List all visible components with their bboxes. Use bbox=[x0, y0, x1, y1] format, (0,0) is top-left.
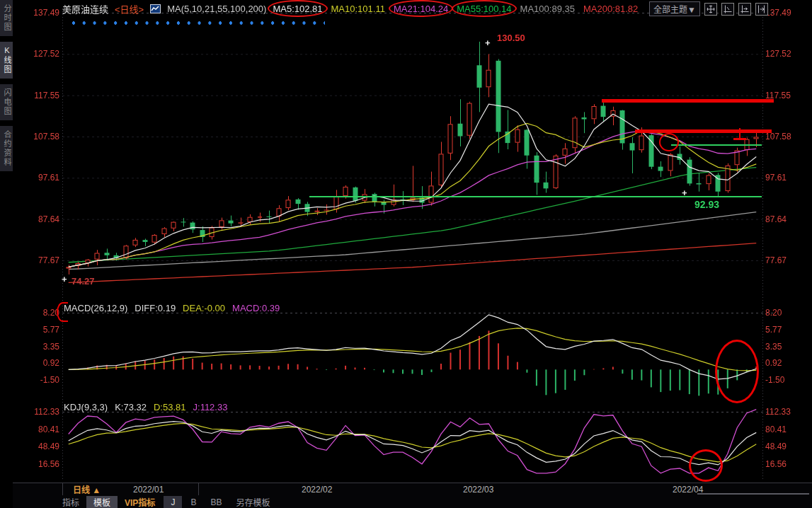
toolbar-item-1[interactable]: 指标 bbox=[55, 496, 86, 508]
ma-legend-item: MA21:104.24 bbox=[394, 4, 448, 14]
macd-panel-title: MACD(26,12,9) DIFF:0.19 DEA:-0.00 MACD:0… bbox=[64, 303, 280, 313]
axis-tick-label: 3.35 bbox=[13, 342, 59, 352]
peak-plus-marker: + bbox=[485, 40, 491, 47]
chart-type-sidebar: 分时图K线图闪电图合约资料 bbox=[0, 0, 13, 508]
diff-value: DIFF:0.19 bbox=[135, 303, 176, 313]
axis-tick-label: 137.49 bbox=[765, 8, 809, 18]
axis-tick-label: 8.20 bbox=[13, 308, 59, 318]
theme-dropdown[interactable]: 全部主题▼ bbox=[649, 1, 700, 16]
red-ellipse-annotation bbox=[452, 0, 516, 17]
axis-tick-label: -1.50 bbox=[13, 375, 59, 385]
kdj-cross-circle bbox=[689, 449, 723, 482]
axis-tick-label: 127.52 bbox=[13, 49, 59, 59]
axis-tick-label: 77.67 bbox=[13, 255, 59, 265]
axis-tick-label: 16.56 bbox=[13, 459, 59, 469]
axis-tick-label: 16.56 bbox=[765, 459, 809, 469]
red-ellipse-annotation bbox=[389, 0, 453, 17]
toolbar-item-5[interactable]: B bbox=[183, 496, 203, 508]
axis-tick-label: 97.61 bbox=[765, 173, 809, 183]
axis-tick-label: 3.35 bbox=[765, 342, 809, 352]
axis-tick-label: 80.41 bbox=[13, 425, 59, 434]
period-tag: <日线> bbox=[115, 2, 144, 16]
ma-legend: MA5:102.81MA10:101.11MA21:104.24MA55:100… bbox=[273, 4, 638, 14]
red-ellipse-annotation bbox=[268, 0, 327, 17]
top-right-controls: 全部主题▼ bbox=[649, 1, 768, 16]
axis-tick-label: 127.52 bbox=[765, 49, 809, 59]
axis-tick-label: 117.55 bbox=[13, 91, 59, 100]
axis-tick-label: 112.33 bbox=[765, 407, 809, 417]
time-axis-label: 2022/01 bbox=[133, 485, 164, 495]
ma-group-label: MA(5,10,21,55,100,200) bbox=[167, 4, 266, 14]
sidebar-tab-1[interactable]: 分时图 bbox=[0, 0, 13, 36]
axis-tick-label: 48.49 bbox=[765, 441, 809, 451]
axis-tick-label: 107.58 bbox=[765, 132, 809, 142]
macd-value: MACD:0.39 bbox=[232, 303, 280, 313]
kdj-params-label: KDJ(9,3,3) bbox=[64, 402, 108, 412]
low-price-label: 92.93 bbox=[694, 199, 719, 210]
k-value: K:73.32 bbox=[115, 402, 147, 412]
kline-icon[interactable] bbox=[150, 4, 161, 13]
circle-annotation-ma bbox=[659, 133, 679, 151]
axis-tick-label: -1.50 bbox=[765, 375, 809, 385]
axes-layout-icon[interactable] bbox=[721, 3, 734, 16]
axis-tick-label: 0.92 bbox=[765, 358, 809, 368]
axis-tick-label: 87.64 bbox=[13, 214, 59, 224]
d-value: D:53.81 bbox=[154, 402, 186, 412]
axis-tick-label: 48.49 bbox=[13, 441, 59, 451]
ma-legend-item: MA5:102.81 bbox=[273, 4, 322, 14]
ma-legend-item: MA55:100.14 bbox=[457, 4, 511, 14]
peak-price-label: 130.50 bbox=[497, 33, 525, 43]
axis-tick-label: 77.67 bbox=[765, 255, 809, 265]
j-value: J:112.33 bbox=[193, 402, 228, 412]
low-plus-marker: + bbox=[682, 190, 687, 197]
ma-legend-item: MA200:81.82 bbox=[583, 4, 638, 14]
axis-tick-label: 80.41 bbox=[765, 425, 809, 434]
axis-tick-label: 137.49 bbox=[13, 8, 59, 18]
ma-legend-item: MA10:101.11 bbox=[331, 4, 385, 14]
start-low-price-label: 74.27 bbox=[72, 276, 95, 287]
symbol-name: 美原油连续 bbox=[62, 2, 108, 16]
ma-legend-item: MA100:89.35 bbox=[520, 4, 575, 14]
axis-tick-label: 112.33 bbox=[13, 407, 59, 417]
kline-chart-window: 分时图K线图闪电图合约资料 美原油连续 <日线> MA(5,10,21,55,1… bbox=[0, 0, 812, 508]
axis-tick-label: 97.61 bbox=[13, 173, 59, 183]
time-axis-label: 2022/02 bbox=[302, 485, 332, 495]
axis-tick-label: 107.58 bbox=[13, 132, 59, 142]
drawing-anchor-marker bbox=[733, 128, 746, 141]
resistance-line-2[interactable] bbox=[635, 129, 772, 133]
time-axis-label: 2022/03 bbox=[463, 485, 493, 495]
time-axis-row: 日线 ▲ 2022/012022/022022/032022/04 bbox=[13, 483, 812, 497]
toolbar-item-6[interactable]: BB bbox=[203, 496, 229, 508]
macd-cross-ellipse bbox=[715, 340, 759, 403]
axis-tick-label: 87.64 bbox=[765, 214, 809, 224]
toolbar-item-3[interactable]: VIP指标 bbox=[118, 496, 162, 508]
red-arc-annotation bbox=[57, 302, 69, 322]
sidebar-tab-2[interactable]: K线图 bbox=[0, 42, 13, 79]
indicator-toolbar: 指标模板VIP指标JBBB另存模板 bbox=[13, 496, 812, 508]
sidebar-tab-3[interactable]: 闪电图 bbox=[0, 84, 13, 120]
support-line-9293[interactable] bbox=[309, 196, 762, 197]
kdj-panel-title: KDJ(9,3,3) K:73.32 D:53.81 J:112.33 bbox=[64, 402, 227, 412]
macd-params-label: MACD(26,12,9) bbox=[64, 303, 127, 313]
support-line-upper[interactable] bbox=[671, 144, 762, 146]
toolbar-item-2[interactable]: 模板 bbox=[86, 496, 118, 508]
toolbar-item-4[interactable]: J bbox=[164, 496, 182, 508]
dea-value: DEA:-0.00 bbox=[183, 303, 225, 313]
axis-tick-label: 8.20 bbox=[765, 308, 809, 318]
chart-header: 美原油连续 <日线> MA(5,10,21,55,100,200) MA5:10… bbox=[62, 2, 638, 16]
toolbar-item-7[interactable]: 另存模板 bbox=[229, 496, 277, 508]
blue-dotted-annotation bbox=[72, 21, 325, 25]
scrollbar-thumb[interactable] bbox=[697, 493, 809, 495]
crosshair-icon[interactable] bbox=[704, 3, 717, 16]
axis-tick-label: 0.92 bbox=[13, 358, 59, 368]
start-low-plus-marker: + bbox=[62, 276, 67, 283]
axis-tick-label: 5.77 bbox=[765, 325, 809, 335]
resistance-line-1[interactable] bbox=[602, 99, 774, 103]
axis-tick-label: 5.77 bbox=[13, 325, 59, 335]
pane-arrow-icon[interactable] bbox=[755, 3, 768, 16]
sidebar-tab-4[interactable]: 合约资料 bbox=[0, 126, 13, 171]
axes-arrow-icon[interactable] bbox=[738, 3, 751, 16]
